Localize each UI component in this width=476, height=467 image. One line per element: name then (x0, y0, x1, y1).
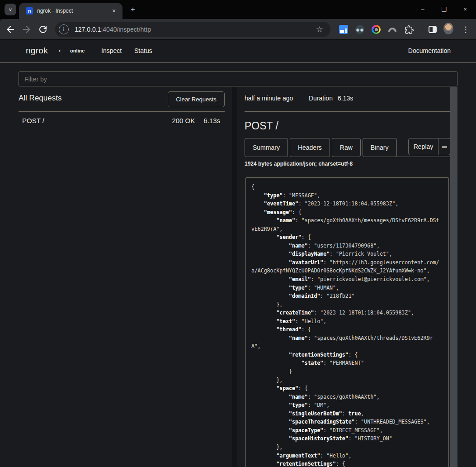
bookmark-star-icon[interactable]: ☆ (316, 24, 323, 34)
detail-scrollbar[interactable] (450, 87, 457, 467)
ngrok-inspect-page: ngrok • online Inspect Status Documentat… (0, 40, 476, 467)
replay-button-group: Replay (408, 138, 451, 155)
code-line: } (251, 367, 443, 376)
request-method-path: POST / (22, 117, 44, 124)
replay-button[interactable]: Replay (409, 138, 438, 155)
code-line: "spaceType": "DIRECT_MESSAGE", (251, 426, 443, 435)
browser-menu-button[interactable]: ⋮ (461, 24, 471, 34)
code-line: "createTime": "2023-12-18T01:18:04.05598… (251, 309, 443, 317)
clear-requests-button[interactable]: Clear Requests (168, 91, 225, 107)
url-host: 127.0.0.1 (75, 26, 101, 33)
replay-dropdown-button[interactable] (438, 138, 450, 155)
code-line: }, (251, 300, 443, 309)
reload-icon (38, 24, 48, 35)
panel-gutter (232, 87, 237, 467)
extension-arc-icon[interactable] (387, 24, 397, 34)
filter-input[interactable] (19, 71, 457, 86)
code-line: "argumentText": "Hello", (251, 452, 443, 460)
request-duration: 6.13s (203, 117, 220, 124)
request-time-ago: half a minute ago (245, 95, 293, 102)
requests-panel-title: All Requests (19, 94, 61, 103)
duration-label: Duration (309, 95, 333, 102)
reload-button[interactable] (38, 24, 48, 35)
request-row[interactable]: POST /200 OK6.13s (19, 115, 225, 127)
dash-icon (442, 146, 447, 148)
ngrok-navbar: ngrok • online Inspect Status Documentat… (0, 40, 476, 63)
code-line: "name": "spaces/goXth0AAXth/messages/DSt… (251, 216, 443, 225)
browser-tab[interactable]: n ngrok - Inspect × (19, 3, 123, 19)
tab-binary[interactable]: Binary (363, 138, 397, 157)
code-line: "email": "pierrickvoulet@pierrickvoulet.… (251, 275, 443, 284)
online-status-dot: • (59, 48, 61, 53)
extension-goggles-icon[interactable] (355, 24, 365, 34)
address-bar[interactable]: i 127.0.0.1:4040/inspect/http ☆ (55, 22, 330, 37)
code-line: "type": "MESSAGE", (251, 191, 443, 200)
code-line: "spaceThreadingState": "UNTHREADED_MESSA… (251, 418, 443, 426)
code-line: "avatarUrl": "https://lh3.googleusercont… (251, 258, 443, 267)
extension-lens-icon[interactable] (371, 24, 381, 34)
code-line: "displayName": "Pierrick Voulet", (251, 250, 443, 258)
browser-toolbar: i 127.0.0.1:4040/inspect/http ☆ ⋮ (0, 19, 476, 40)
extensions-puzzle-icon[interactable] (404, 24, 414, 34)
kebab-menu-icon: ⋮ (462, 25, 470, 34)
forward-button[interactable] (21, 24, 32, 35)
toolbar-separator (422, 25, 422, 33)
chevron-down-icon: ∨ (9, 7, 12, 13)
code-line: "name": "spaces/goXth0AAXth", (251, 393, 443, 401)
code-line: "retentionSettings": { (251, 351, 443, 359)
tab-title: ngrok - Inspect (37, 8, 110, 14)
request-list: POST /200 OK6.13s (19, 115, 225, 127)
code-line: A", (251, 342, 443, 351)
url-text[interactable]: 127.0.0.1:4040/inspect/http (75, 26, 316, 33)
request-body-code[interactable]: { "type": "MESSAGE", "eventTime": "2023-… (245, 177, 449, 467)
detail-tabs: SummaryHeadersRawBinary (245, 138, 399, 157)
code-line: "space": { (251, 384, 443, 393)
code-line: "thread": { (251, 325, 443, 334)
site-info-icon[interactable]: i (59, 24, 69, 34)
code-line: "eventTime": "2023-12-18T01:18:04.055983… (251, 200, 443, 208)
code-line: a/ACg8ocKpfNYQZcUOPADOr0S8ocKpfNKdS2CWZK… (251, 267, 443, 275)
code-line: "spaceHistoryState": "HISTORY_ON" (251, 434, 443, 443)
code-line: "singleUserBotDm": true, (251, 410, 443, 418)
nav-link-documentation[interactable]: Documentation (408, 47, 451, 54)
code-line: vE62R9rA", (251, 225, 443, 234)
code-line: { (251, 183, 443, 191)
code-line: "state": "PERMANENT" (251, 359, 443, 367)
nav-link-inspect[interactable]: Inspect (101, 47, 122, 54)
content-meta: 1924 bytes application/json; charset=utf… (245, 161, 353, 167)
code-line: "name": "users/117304790968", (251, 242, 443, 250)
request-status: 200 OK (172, 117, 195, 124)
side-panel-button[interactable] (428, 24, 438, 34)
back-button[interactable] (5, 24, 16, 35)
ngrok-brand[interactable]: ngrok (26, 46, 48, 56)
profile-avatar[interactable] (443, 24, 453, 33)
close-button[interactable]: × (458, 5, 472, 14)
browser-window: ∨ n ngrok - Inspect × + – ❑ × i 127.0.0.… (0, 0, 476, 467)
url-path: :4040/inspect/http (101, 26, 151, 33)
online-status-label: online (70, 48, 85, 53)
nav-link-status[interactable]: Status (134, 47, 152, 54)
request-title: POST / (245, 120, 278, 132)
tabs-underline (387, 157, 450, 157)
minimize-button[interactable]: – (416, 5, 429, 14)
code-line: "sender": { (251, 233, 443, 242)
tab-close-icon[interactable]: × (110, 7, 118, 15)
tab-summary[interactable]: Summary (245, 138, 288, 157)
new-tab-button[interactable]: + (128, 5, 137, 14)
detail-divider (245, 111, 450, 112)
browser-titlebar: ∨ n ngrok - Inspect × + – ❑ × (0, 0, 476, 19)
tab-raw[interactable]: Raw (332, 138, 361, 157)
extension-windows-icon[interactable] (339, 24, 349, 34)
code-line: "retentionSettings": { (251, 460, 443, 467)
tab-headers[interactable]: Headers (290, 138, 330, 157)
code-line: "text": "Hello", (251, 317, 443, 326)
code-line: "type": "DM", (251, 401, 443, 410)
code-line: "type": "HUMAN", (251, 284, 443, 292)
code-line: }, (251, 376, 443, 385)
side-panel-icon (429, 26, 437, 33)
ngrok-favicon-icon: n (26, 7, 33, 14)
duration-value: 6.13s (338, 95, 353, 102)
avatar (443, 23, 453, 34)
maximize-button[interactable]: ❑ (437, 5, 451, 14)
tab-search-button[interactable]: ∨ (5, 4, 16, 15)
